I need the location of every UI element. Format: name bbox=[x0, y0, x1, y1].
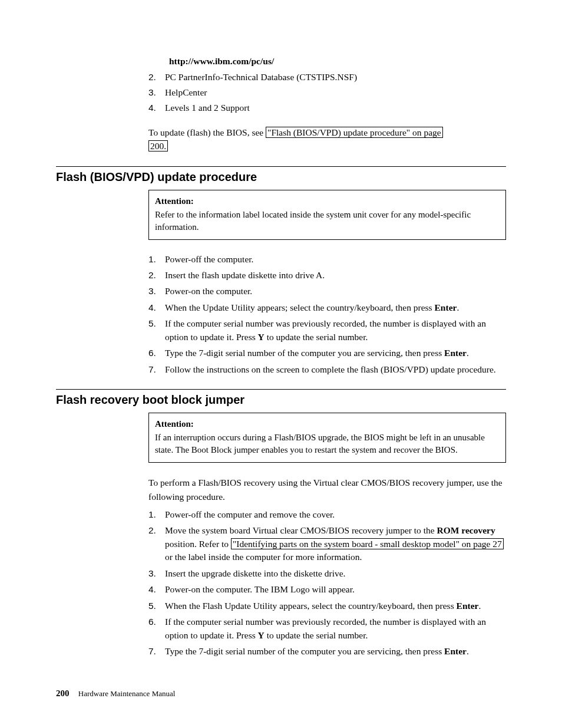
step-text: When the Update Utility appears; select … bbox=[165, 301, 506, 314]
cross-ref-link[interactable]: 200. bbox=[148, 140, 168, 151]
step-item: 1.Power-off the computer. bbox=[148, 253, 506, 266]
attention-title: Attention: bbox=[155, 418, 500, 430]
step-text: Type the 7-digit serial number of the co… bbox=[165, 645, 506, 658]
step-item: 5.If the computer serial number was prev… bbox=[148, 317, 506, 344]
list-number: 2. bbox=[148, 70, 165, 84]
step-number: 1. bbox=[148, 508, 165, 521]
attention-body: If an interruption occurs during a Flash… bbox=[155, 431, 500, 456]
footer-title: Hardware Maintenance Manual bbox=[78, 689, 176, 698]
list-number: 3. bbox=[148, 85, 165, 100]
page-body: http://www.ibm.com/pc/us/ 2.PC PartnerIn… bbox=[0, 0, 562, 690]
section-1-content: Attention: Refer to the information labe… bbox=[148, 190, 506, 377]
list-item: 4.Levels 1 and 2 Support bbox=[148, 101, 506, 115]
step-item: 1.Power-off the computer and remove the … bbox=[148, 508, 506, 521]
step-item: 2.Insert the flash update diskette into … bbox=[148, 269, 506, 282]
step-number: 4. bbox=[148, 583, 165, 596]
step-number: 2. bbox=[148, 269, 165, 282]
step-item: 6.Type the 7-digit serial number of the … bbox=[148, 347, 506, 360]
step-number: 5. bbox=[148, 317, 165, 344]
step-number: 3. bbox=[148, 567, 165, 580]
cross-ref-link[interactable]: "Flash (BIOS/VPD) update procedure" on p… bbox=[266, 127, 443, 138]
step-number: 7. bbox=[148, 363, 165, 376]
step-item: 6.If the computer serial number was prev… bbox=[148, 615, 506, 642]
step-text: Insert the flash update diskette into dr… bbox=[165, 269, 506, 282]
step-number: 5. bbox=[148, 599, 165, 612]
step-number: 6. bbox=[148, 347, 165, 360]
list-item: 2.PC PartnerInfo-Technical Database (CTS… bbox=[148, 70, 506, 84]
step-text: Power-on the computer. bbox=[165, 285, 506, 298]
step-item: 3.Power-on the computer. bbox=[148, 285, 506, 298]
procedure-list: 1.Power-off the computer and remove the … bbox=[148, 508, 506, 658]
attention-body: Refer to the information label located i… bbox=[155, 209, 500, 233]
section-heading: Flash recovery boot block jumper bbox=[56, 393, 506, 407]
url-text: http://www.ibm.com/pc/us/ bbox=[169, 56, 506, 67]
page-number: 200 bbox=[56, 689, 70, 698]
step-text: If the computer serial number was previo… bbox=[165, 615, 506, 642]
step-number: 1. bbox=[148, 253, 165, 266]
page-footer: 200 Hardware Maintenance Manual bbox=[56, 689, 175, 699]
intro-block: http://www.ibm.com/pc/us/ 2.PC PartnerIn… bbox=[148, 56, 506, 153]
step-item: 2.Move the system board Virtual clear CM… bbox=[148, 524, 506, 564]
step-item: 7.Follow the instructions on the screen … bbox=[148, 363, 506, 376]
step-text: Power-off the computer and remove the co… bbox=[165, 508, 506, 521]
list-item: 3.HelpCenter bbox=[148, 85, 506, 100]
step-number: 7. bbox=[148, 645, 165, 658]
step-item: 3.Insert the upgrade diskette into the d… bbox=[148, 567, 506, 580]
step-text: Power-on the computer. The IBM Logo will… bbox=[165, 583, 506, 596]
list-number: 4. bbox=[148, 101, 165, 115]
attention-box: Attention: Refer to the information labe… bbox=[148, 190, 506, 240]
cross-ref-link[interactable]: "Identifying parts on the system board -… bbox=[231, 538, 504, 549]
step-item: 7.Type the 7-digit serial number of the … bbox=[148, 645, 506, 658]
step-text: Type the 7-digit serial number of the co… bbox=[165, 347, 506, 360]
section-rule bbox=[56, 389, 506, 390]
para-text: To update (flash) the BIOS, see bbox=[148, 127, 266, 137]
list-text: Levels 1 and 2 Support bbox=[165, 101, 506, 115]
step-number: 2. bbox=[148, 524, 165, 564]
step-item: 5.When the Flash Update Utility appears,… bbox=[148, 599, 506, 612]
intro-paragraph: To perform a Flash/BIOS recovery using t… bbox=[148, 476, 506, 503]
step-text: Follow the instructions on the screen to… bbox=[165, 363, 506, 376]
section-rule bbox=[56, 166, 506, 167]
attention-box: Attention: If an interruption occurs dur… bbox=[148, 413, 506, 463]
step-text: Insert the upgrade diskette into the dis… bbox=[165, 567, 506, 580]
list-text: PC PartnerInfo-Technical Database (CTSTI… bbox=[165, 70, 506, 84]
list-text: HelpCenter bbox=[165, 85, 506, 100]
intro-list: 2.PC PartnerInfo-Technical Database (CTS… bbox=[148, 70, 506, 115]
intro-paragraph: To update (flash) the BIOS, see "Flash (… bbox=[148, 126, 506, 153]
step-text: When the Flash Update Utility appears, s… bbox=[165, 599, 506, 612]
step-text: Move the system board Virtual clear CMOS… bbox=[165, 524, 506, 564]
step-text: Power-off the computer. bbox=[165, 253, 506, 266]
step-item: 4.When the Update Utility appears; selec… bbox=[148, 301, 506, 314]
step-text: If the computer serial number was previo… bbox=[165, 317, 506, 344]
procedure-list: 1.Power-off the computer. 2.Insert the f… bbox=[148, 253, 506, 377]
step-item: 4.Power-on the computer. The IBM Logo wi… bbox=[148, 583, 506, 596]
attention-title: Attention: bbox=[155, 195, 500, 207]
step-number: 3. bbox=[148, 285, 165, 298]
section-heading: Flash (BIOS/VPD) update procedure bbox=[56, 170, 506, 184]
step-number: 6. bbox=[148, 615, 165, 642]
step-number: 4. bbox=[148, 301, 165, 314]
section-2-content: Attention: If an interruption occurs dur… bbox=[148, 413, 506, 658]
